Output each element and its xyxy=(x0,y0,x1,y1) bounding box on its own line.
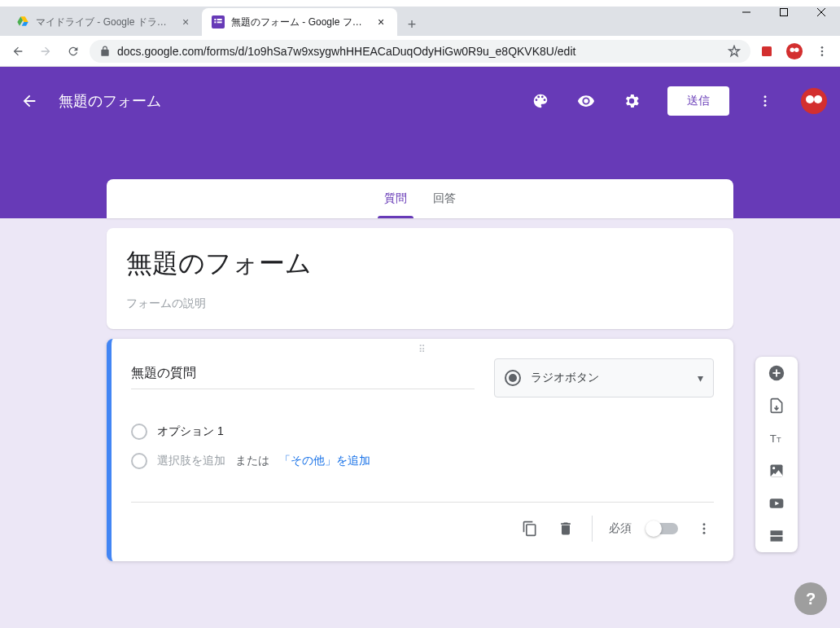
options-list: オプション 1 選択肢を追加 または 「その他」を追加 xyxy=(131,417,714,476)
svg-rect-5 xyxy=(214,19,216,20)
add-option-button[interactable]: 選択肢を追加 xyxy=(157,454,225,468)
add-title-icon[interactable]: TT xyxy=(767,428,786,448)
option-label[interactable]: オプション 1 xyxy=(157,424,224,439)
add-image-icon[interactable] xyxy=(767,461,786,481)
drive-icon xyxy=(16,15,29,29)
radio-icon xyxy=(505,370,521,386)
chevron-down-icon: ▾ xyxy=(698,371,703,384)
form-tabs: 質問 回答 xyxy=(107,179,733,218)
address-bar[interactable]: docs.google.com/forms/d/1o9hSa7w9xsygwhH… xyxy=(90,40,750,63)
svg-rect-1 xyxy=(781,9,788,16)
duplicate-icon[interactable] xyxy=(520,519,540,538)
side-toolbar: TT xyxy=(755,357,798,552)
svg-rect-7 xyxy=(214,21,216,23)
help-button[interactable]: ? xyxy=(794,582,827,615)
add-question-icon[interactable] xyxy=(767,363,786,383)
svg-rect-28 xyxy=(771,530,783,535)
or-label: または xyxy=(235,454,269,468)
more-icon[interactable] xyxy=(749,85,781,117)
close-icon[interactable]: × xyxy=(374,15,387,29)
palette-icon[interactable] xyxy=(524,85,557,117)
account-avatar[interactable] xyxy=(801,88,827,114)
svg-point-13 xyxy=(821,46,824,49)
back-button[interactable] xyxy=(7,40,29,63)
new-tab-button[interactable]: + xyxy=(400,13,423,36)
window-controls xyxy=(728,0,840,24)
question-more-icon[interactable] xyxy=(694,519,714,538)
svg-point-11 xyxy=(790,47,795,52)
add-other-button[interactable]: 「その他」を追加 xyxy=(279,454,370,468)
svg-point-17 xyxy=(764,100,767,103)
profile-icon[interactable] xyxy=(783,40,806,63)
app-header: 無題のフォーム 送信 xyxy=(0,81,840,121)
form-title-input[interactable]: 無題のフォーム xyxy=(126,246,714,282)
browser-tabstrip: マイドライブ - Google ドライブ × 無題のフォーム - Google … xyxy=(0,7,840,36)
radio-icon xyxy=(131,424,147,440)
separator xyxy=(592,516,593,542)
svg-rect-9 xyxy=(762,46,772,56)
required-label: 必須 xyxy=(609,521,632,536)
drag-handle-icon[interactable]: ⠿ xyxy=(418,344,427,355)
form-header-card[interactable]: 無題のフォーム フォームの説明 xyxy=(107,228,733,329)
form-container: 質問 回答 無題のフォーム フォームの説明 ⠿ 無題の質問 ラジオボタン ▾ オ… xyxy=(107,179,733,561)
back-arrow-button[interactable] xyxy=(13,85,46,117)
preview-icon[interactable] xyxy=(570,85,602,117)
reload-button[interactable] xyxy=(62,40,85,63)
question-type-label: ラジオボタン xyxy=(531,371,599,385)
browser-tab-forms[interactable]: 無題のフォーム - Google フォーム × xyxy=(202,8,397,36)
svg-point-14 xyxy=(821,50,824,52)
close-window-button[interactable] xyxy=(803,0,840,24)
add-video-icon[interactable] xyxy=(767,494,786,513)
svg-point-19 xyxy=(703,523,706,525)
svg-text:T: T xyxy=(777,436,781,444)
question-card[interactable]: ⠿ 無題の質問 ラジオボタン ▾ オプション 1 選択肢を追加 または xyxy=(107,339,733,561)
forms-app: 無題のフォーム 送信 質問 回答 無題のフォーム フォームの説明 ⠿ 無題の質問… xyxy=(0,67,840,628)
tab-title: 無題のフォーム - Google フォーム xyxy=(231,15,368,29)
import-questions-icon[interactable] xyxy=(767,396,786,415)
svg-rect-8 xyxy=(217,21,222,23)
svg-point-18 xyxy=(764,104,767,107)
tab-questions[interactable]: 質問 xyxy=(371,179,420,218)
svg-point-21 xyxy=(703,532,706,534)
forward-button[interactable] xyxy=(34,40,57,63)
radio-icon xyxy=(131,453,147,469)
svg-point-20 xyxy=(703,528,706,530)
svg-point-16 xyxy=(764,95,767,98)
url-text: docs.google.com/forms/d/1o9hSa7w9xsygwhH… xyxy=(117,45,721,58)
question-footer: 必須 xyxy=(131,502,714,542)
add-section-icon[interactable] xyxy=(767,526,786,546)
svg-point-10 xyxy=(786,42,803,59)
send-button[interactable]: 送信 xyxy=(667,86,729,116)
form-description-input[interactable]: フォームの説明 xyxy=(126,296,714,311)
add-option-row: 選択肢を追加 または 「その他」を追加 xyxy=(131,446,714,476)
svg-rect-6 xyxy=(217,19,222,20)
tab-title: マイドライブ - Google ドライブ xyxy=(36,15,173,29)
extension-icon[interactable] xyxy=(755,40,778,63)
svg-point-15 xyxy=(821,54,824,56)
minimize-button[interactable] xyxy=(728,0,765,24)
delete-icon[interactable] xyxy=(556,519,575,538)
lock-icon xyxy=(99,46,111,57)
form-title-header[interactable]: 無題のフォーム xyxy=(59,91,511,111)
browser-toolbar: docs.google.com/forms/d/1o9hSa7w9xsygwhH… xyxy=(0,36,840,67)
svg-text:T: T xyxy=(770,433,777,445)
question-title-input[interactable]: 無題の質問 xyxy=(131,358,475,389)
svg-point-12 xyxy=(794,47,799,52)
svg-point-26 xyxy=(772,467,775,469)
browser-tab-drive[interactable]: マイドライブ - Google ドライブ × xyxy=(7,8,202,36)
settings-icon[interactable] xyxy=(615,85,648,117)
question-type-select[interactable]: ラジオボタン ▾ xyxy=(494,358,714,397)
required-toggle[interactable] xyxy=(648,523,678,534)
option-row[interactable]: オプション 1 xyxy=(131,417,714,446)
close-icon[interactable]: × xyxy=(179,15,192,29)
maximize-button[interactable] xyxy=(765,0,803,24)
forms-icon xyxy=(212,15,225,29)
svg-rect-29 xyxy=(771,537,783,542)
tab-responses[interactable]: 回答 xyxy=(420,179,469,218)
browser-menu-button[interactable] xyxy=(811,40,833,63)
bookmark-icon[interactable] xyxy=(728,45,741,58)
